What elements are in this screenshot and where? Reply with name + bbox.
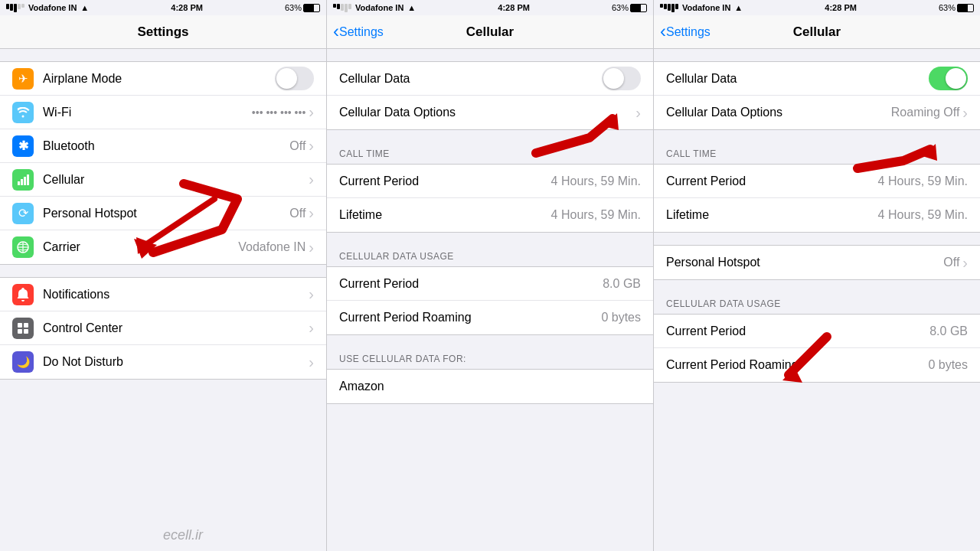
table-row[interactable]: Carrier Vodafone IN › [0, 230, 326, 264]
battery-body-3 [957, 4, 974, 12]
table-row[interactable]: Wi-Fi ••• ••• ••• ••• › [0, 96, 326, 129]
data-usage-group-2: Current Period 8.0 GB Current Period Roa… [654, 314, 980, 383]
call-time-group: Current Period 4 Hours, 59 Min. Lifetime… [327, 164, 653, 233]
battery-pct-2: 63% [612, 3, 629, 12]
cellular-data-label-2: Cellular Data [666, 72, 929, 86]
wifi-chevron: › [309, 103, 314, 121]
toggle-thumb-on [946, 68, 966, 89]
signal-bar [668, 4, 671, 11]
table-row[interactable]: Control Center › [0, 311, 326, 345]
cellular-icon [12, 169, 34, 191]
nav-title-cellular1: Cellular [466, 24, 514, 40]
nav-back-cellular2[interactable]: ‹ Settings [660, 24, 710, 41]
table-row: Current Period 8.0 GB [327, 267, 653, 301]
nav-back-label: Settings [339, 25, 384, 39]
nav-back-label-2: Settings [666, 25, 710, 39]
notifications-label: Notifications [43, 288, 309, 302]
wifi-label: Wi-Fi [43, 106, 252, 119]
data-usage-group-1: Current Period 8.0 GB Current Period Roa… [327, 266, 653, 335]
table-row[interactable]: 🌙 Do Not Disturb › [0, 345, 326, 379]
carrier-label: Carrier [43, 240, 238, 254]
panel-settings: Settings ✈ Airplane Mode [0, 15, 327, 551]
table-row[interactable]: Cellular Data Options › [327, 96, 653, 129]
table-row[interactable]: Personal Hotspot Off › [654, 246, 980, 279]
table-row[interactable]: ⟳ Personal Hotspot Off › [0, 197, 326, 230]
carrier-value: Vodafone IN [238, 240, 305, 254]
call-time-group-2: Current Period 4 Hours, 59 Min. Lifetime… [654, 164, 980, 233]
cellular-data-toggle-on[interactable] [929, 67, 968, 90]
panel-cellular-2: ‹ Settings Cellular Cellular Data [654, 15, 980, 551]
wifi-icon-2: ▲ [407, 3, 416, 12]
airplane-toggle[interactable] [275, 67, 314, 90]
table-row[interactable]: ✱ Bluetooth Off › [0, 129, 326, 163]
cellular2-top-group: Cellular Data Cellular Data Options Roam… [654, 61, 980, 130]
svg-rect-1 [21, 179, 23, 185]
settings-content: ✈ Airplane Mode Wi-Fi ••• ••• ••• ••• [0, 49, 326, 551]
hotspot-value: Off [289, 207, 305, 220]
bluetooth-value: Off [289, 139, 305, 153]
carrier-name-3: Vodafone IN [682, 3, 730, 12]
cellular-data-toggle[interactable] [602, 67, 641, 90]
table-row[interactable]: Cellular Data [327, 62, 653, 96]
cellular2-content: Cellular Data Cellular Data Options Roam… [654, 49, 980, 551]
spacer [654, 130, 980, 142]
spacer [327, 233, 653, 245]
battery-2: 63% [612, 3, 647, 12]
table-row[interactable]: Cellular › [0, 163, 326, 197]
table-row[interactable]: Cellular Data [654, 62, 980, 96]
signal-bar [345, 4, 348, 12]
wifi-icon-1: ▲ [80, 3, 89, 12]
spacer [327, 49, 653, 61]
data-roaming-value-1: 0 bytes [601, 311, 641, 324]
current-period-label-1: Current Period [339, 174, 551, 188]
nav-title-cellular2: Cellular [793, 24, 841, 40]
table-row[interactable]: ✈ Airplane Mode [0, 62, 326, 96]
signal-bar [671, 4, 675, 12]
wifi-icon [12, 102, 34, 123]
amazon-label: Amazon [339, 380, 641, 393]
bluetooth-chevron: › [309, 137, 314, 155]
personal-hotspot-value-2: Off [943, 256, 959, 269]
carrier-signal-3: Vodafone IN ▲ [660, 3, 743, 12]
cellular-data-options-label-2: Cellular Data Options [666, 106, 891, 119]
data-roaming-value-2: 0 bytes [928, 358, 968, 372]
control-center-icon [12, 318, 34, 339]
personal-hotspot-group-2: Personal Hotspot Off › [654, 245, 980, 280]
hotspot-label: Personal Hotspot [43, 207, 289, 220]
spacer [654, 49, 980, 61]
current-period-value-2: 4 Hours, 59 Min. [878, 174, 968, 188]
toggle-thumb [603, 68, 624, 89]
cellular-label: Cellular [43, 173, 309, 187]
call-time-section-header-2: CALL TIME [654, 142, 980, 164]
status-bar-panel1: Vodafone IN ▲ 4:28 PM 63% [0, 0, 327, 15]
battery-pct-3: 63% [939, 3, 956, 12]
current-period-label-2: Current Period [666, 174, 878, 188]
data-period-value-2: 8.0 GB [929, 324, 968, 338]
carrier-icon [12, 236, 34, 258]
svg-rect-10 [24, 329, 28, 334]
spacer [654, 233, 980, 245]
table-row[interactable]: Cellular Data Options Roaming Off › [654, 96, 980, 129]
wifi-icon-3: ▲ [734, 3, 743, 12]
data-usage-section-header-2: CELLULAR DATA USAGE [654, 292, 980, 314]
use-cellular-section-header: USE CELLULAR DATA FOR: [327, 347, 653, 369]
time-3: 4:28 PM [825, 3, 857, 12]
data-usage-section-header-1: CELLULAR DATA USAGE [327, 245, 653, 266]
time-2: 4:28 PM [498, 3, 530, 12]
nav-back-cellular1[interactable]: ‹ Settings [333, 24, 384, 41]
cellular1-top-group: Cellular Data Cellular Data Options › [327, 61, 653, 130]
table-row[interactable]: Notifications › [0, 278, 326, 311]
notifications-icon [12, 284, 34, 305]
signal-bar [10, 4, 13, 11]
toggle-thumb [276, 68, 297, 89]
lifetime-value-1: 4 Hours, 59 Min. [551, 208, 641, 222]
carrier-name-2: Vodafone IN [355, 3, 403, 12]
dnd-chevron: › [309, 354, 314, 371]
table-row[interactable]: Amazon [327, 370, 653, 403]
back-chevron-icon-2: ‹ [660, 22, 666, 41]
signal-bar [14, 4, 17, 12]
svg-rect-8 [24, 323, 28, 328]
personal-hotspot-chevron-2: › [962, 254, 968, 272]
signal-bar [337, 4, 340, 9]
current-period-value-1: 4 Hours, 59 Min. [551, 174, 641, 188]
